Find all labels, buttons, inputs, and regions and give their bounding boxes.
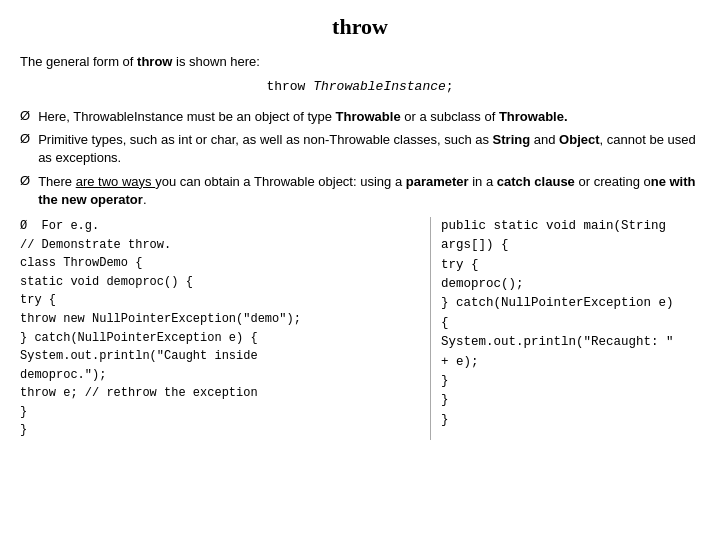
form-example: throw ThrowableInstance; xyxy=(20,79,700,94)
right-code-line: { xyxy=(441,314,700,333)
bullet-text-3: There are two ways you can obtain a Thro… xyxy=(38,173,700,209)
left-code-line: demoproc."); xyxy=(20,366,420,385)
left-code-line: } catch(NullPointerException e) { xyxy=(20,329,420,348)
right-code-line: public static void main(String xyxy=(441,217,700,236)
left-code-line: static void demoproc() { xyxy=(20,273,420,292)
page-title: throw xyxy=(20,14,700,40)
right-code-line: } catch(NullPointerException e) xyxy=(441,294,700,313)
bullet-section: Ø Here, ThrowableInstance must be an obj… xyxy=(20,108,700,209)
right-code-line: demoproc(); xyxy=(441,275,700,294)
two-column-section: Ø For e.g. // Demonstrate throw. class T… xyxy=(20,217,700,440)
bullet-item-1: Ø Here, ThrowableInstance must be an obj… xyxy=(20,108,700,126)
left-code-line: System.out.println("Caught inside xyxy=(20,347,420,366)
right-code-line: try { xyxy=(441,256,700,275)
bullet-text-1: Here, ThrowableInstance must be an objec… xyxy=(38,108,700,126)
right-code-line: } xyxy=(441,391,700,410)
left-code-line: throw e; // rethrow the exception xyxy=(20,384,420,403)
left-code-line: class ThrowDemo { xyxy=(20,254,420,273)
bullet-text-2: Primitive types, such as int or char, as… xyxy=(38,131,700,167)
right-code-line: } xyxy=(441,372,700,391)
bullet-arrow-3: Ø xyxy=(20,173,30,188)
left-code-column: Ø For e.g. // Demonstrate throw. class T… xyxy=(20,217,430,440)
intro-text: The general form of throw is shown here: xyxy=(20,54,700,69)
left-code-line: throw new NullPointerException("demo"); xyxy=(20,310,420,329)
left-code-line: Ø For e.g. xyxy=(20,217,420,236)
right-code-column: public static void main(String args[]) {… xyxy=(430,217,700,440)
left-code-line: } xyxy=(20,421,420,440)
bullet-arrow-2: Ø xyxy=(20,131,30,146)
right-code-line: } xyxy=(441,411,700,430)
left-code-line: try { xyxy=(20,291,420,310)
right-code-line: System.out.println("Recaught: " xyxy=(441,333,700,352)
bullet-item-2: Ø Primitive types, such as int or char, … xyxy=(20,131,700,167)
right-code-line: + e); xyxy=(441,353,700,372)
left-code-line: } xyxy=(20,403,420,422)
left-code-line: // Demonstrate throw. xyxy=(20,236,420,255)
bullet-item-3: Ø There are two ways you can obtain a Th… xyxy=(20,173,700,209)
right-code-line: args[]) { xyxy=(441,236,700,255)
bullet-arrow-1: Ø xyxy=(20,108,30,123)
